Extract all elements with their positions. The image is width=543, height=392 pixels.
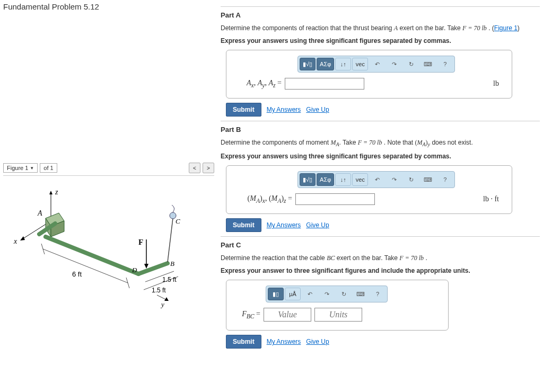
undo-button[interactable]: ↶ (302, 288, 318, 300)
template-button[interactable]: ▮√▯ (300, 173, 316, 186)
undo-button[interactable]: ↶ (369, 58, 385, 70)
part-a-my-answers[interactable]: My Answers (267, 106, 301, 113)
part-c-answer-box: ▮▯ μÅ ↶ ↷ ↻ ⌨ ? FBC = (226, 280, 449, 331)
svg-marker-1 (49, 191, 52, 194)
part-b-give-up[interactable]: Give Up (306, 221, 329, 229)
part-c-value-input[interactable] (264, 308, 311, 322)
redo-button[interactable]: ↷ (386, 173, 402, 186)
part-c-toolbar: ▮▯ μÅ ↶ ↷ ↻ ⌨ ? (266, 286, 388, 302)
redo-button[interactable]: ↷ (319, 288, 335, 300)
svg-line-9 (168, 218, 173, 262)
svg-text:B: B (170, 260, 174, 268)
part-a-prompt: Determine the components of reaction tha… (221, 23, 540, 33)
keyboard-icon[interactable]: ⌨ (353, 288, 369, 300)
figure-link[interactable]: Figure 1 (494, 24, 518, 32)
svg-marker-13 (144, 264, 148, 269)
problem-title: Fundamental Problem 5.12 (3, 2, 214, 14)
part-a-submit-button[interactable]: Submit (226, 103, 261, 117)
redo-button[interactable]: ↷ (386, 58, 402, 70)
svg-text:D: D (132, 266, 137, 274)
part-b-submit-button[interactable]: Submit (226, 218, 261, 232)
figure-next-button[interactable]: > (203, 163, 214, 173)
part-b-instruction: Express your answers using three signifi… (221, 152, 540, 161)
svg-text:6 ft: 6 ft (72, 270, 82, 278)
svg-marker-4 (20, 236, 25, 240)
part-c-submit-button[interactable]: Submit (226, 335, 261, 349)
svg-text:z: z (55, 188, 58, 196)
greek-button[interactable]: ΑΣφ (317, 173, 334, 186)
part-a-input[interactable] (285, 78, 364, 90)
part-c-title: Part C (221, 241, 540, 249)
svg-text:C: C (176, 217, 180, 225)
reset-button[interactable]: ↻ (403, 173, 419, 186)
help-button[interactable]: ? (370, 288, 386, 300)
vec-button[interactable]: vec (352, 58, 368, 70)
vec-button[interactable]: vec (352, 173, 368, 186)
part-a-answer-box: ▮√▯ ΑΣφ ↓↑ vec ↶ ↷ ↻ ⌨ ? Ax, Ay, Az = lb (226, 50, 512, 99)
part-b-input[interactable] (295, 193, 375, 205)
template-button[interactable]: ▮√▯ (300, 58, 316, 70)
part-a-title: Part A (221, 11, 540, 19)
svg-text:y: y (160, 300, 164, 308)
part-a-unit: lb (493, 79, 504, 88)
part-a-instruction: Express your answers using three signifi… (221, 36, 540, 46)
part-a-vars: Ax, Ay, Az = (234, 79, 282, 89)
figure-select-label: Figure 1 (7, 165, 28, 171)
help-button[interactable]: ? (437, 58, 453, 70)
svg-text:A: A (37, 209, 42, 217)
keyboard-icon[interactable]: ⌨ (420, 173, 436, 186)
figure-count: of 1 (40, 163, 57, 173)
part-b-title: Part B (221, 126, 540, 133)
part-b-unit: lb · ft (483, 195, 504, 203)
reset-button[interactable]: ↻ (336, 288, 352, 300)
part-a-give-up[interactable]: Give Up (306, 106, 329, 113)
part-a-toolbar: ▮√▯ ΑΣφ ↓↑ vec ↶ ↷ ↻ ⌨ ? (297, 56, 455, 73)
fraction-button[interactable]: ▮▯ (268, 288, 284, 300)
part-b-toolbar: ▮√▯ ΑΣφ ↓↑ vec ↶ ↷ ↻ ⌨ ? (297, 171, 455, 188)
figure-nav-bar: Figure 1 ▼ of 1 < > (3, 163, 214, 176)
figure-select[interactable]: Figure 1 ▼ (3, 163, 38, 173)
part-c-my-answers[interactable]: My Answers (267, 338, 301, 345)
part-c-prompt: Determine the reaction that the cable BC… (221, 253, 540, 263)
svg-point-11 (170, 212, 176, 219)
reset-button[interactable]: ↻ (403, 58, 419, 70)
svg-line-17 (126, 278, 129, 288)
arrows-button[interactable]: ↓↑ (335, 173, 351, 186)
part-c-vars: FBC = (234, 310, 260, 320)
svg-line-16 (41, 244, 45, 254)
mu-button[interactable]: μÅ (285, 288, 301, 300)
help-button[interactable]: ? (437, 173, 453, 186)
svg-text:F: F (138, 238, 143, 246)
figure-image: z x A D B C (3, 181, 214, 315)
chevron-down-icon: ▼ (30, 166, 34, 171)
part-c-give-up[interactable]: Give Up (306, 338, 329, 345)
part-c-units-input[interactable] (314, 308, 362, 322)
part-b-my-answers[interactable]: My Answers (267, 221, 301, 229)
svg-text:1.5 ft: 1.5 ft (152, 287, 166, 294)
part-b-answer-box: ▮√▯ ΑΣφ ↓↑ vec ↶ ↷ ↻ ⌨ ? (MA)x, (MA)z = … (226, 165, 512, 214)
part-b-prompt: Determine the components of moment MA. T… (221, 138, 540, 148)
part-b-vars: (MA)x, (MA)z = (234, 194, 292, 204)
greek-button[interactable]: ΑΣφ (317, 58, 334, 70)
keyboard-icon[interactable]: ⌨ (420, 58, 436, 70)
figure-prev-button[interactable]: < (189, 163, 200, 173)
part-c-instruction: Express your answer to three significant… (221, 266, 540, 275)
arrows-button[interactable]: ↓↑ (335, 58, 351, 70)
svg-text:x: x (13, 237, 17, 245)
undo-button[interactable]: ↶ (369, 173, 385, 186)
